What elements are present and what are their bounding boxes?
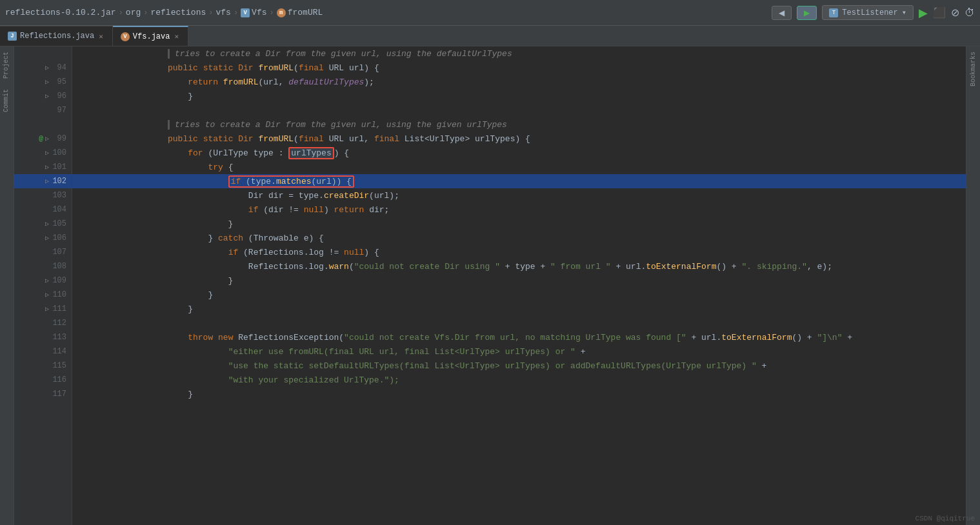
gutter-at-99: @: [39, 135, 43, 143]
tab-reflections-close[interactable]: ✕: [97, 32, 105, 41]
gutter-116: 116: [14, 373, 72, 387]
gutter-icon-102: ▷: [45, 177, 49, 185]
breadcrumb: reflections-0.10.2.jar › org › reflectio…: [5, 8, 772, 17]
gutter-117: 117: [14, 387, 72, 401]
code-line-104: if (dir != null) return dir;: [72, 203, 966, 217]
code-line-94: public static Dir fromURL(final URL url)…: [72, 61, 966, 75]
gutter-comment-2: [14, 117, 72, 132]
tab-vfs-close[interactable]: ✕: [173, 32, 180, 41]
right-panel: Bookmarks: [966, 46, 980, 525]
code-line-113: throw new ReflectionsException("could no…: [72, 330, 966, 344]
code-line-99: public static Dir fromURL(final URL url,…: [72, 132, 966, 146]
code-line-102: if (type.matches(url)) {: [72, 174, 966, 188]
gutter-icon-105: ▷: [45, 220, 49, 228]
tab-reflections-label: Reflections.java: [20, 32, 94, 41]
code-line-115: "use the static setDefaultURLTypes(final…: [72, 359, 966, 373]
back-button[interactable]: ◀: [772, 6, 792, 20]
gutter-icon-101: ▷: [45, 163, 49, 171]
breadcrumb-reflections[interactable]: reflections: [150, 8, 206, 17]
left-panel: Project Commit: [0, 46, 14, 525]
gutter-icon-109: ▷: [45, 277, 49, 284]
gutter-icon-94: ▷: [45, 64, 49, 72]
gutter-icon-110: ▷: [45, 291, 49, 299]
breadcrumb-jar[interactable]: reflections-0.10.2.jar: [5, 8, 116, 17]
gutter-icon-111: ▷: [45, 305, 49, 313]
code-line-105: }: [72, 217, 966, 231]
gutter-109: ▷ 109: [14, 273, 72, 288]
breadcrumb-fromURL[interactable]: m fromURL: [277, 8, 323, 17]
topbar-actions: ◀ ▶ T TestListener ▾ ▶ ⬛ ⊘ ⏱: [772, 5, 975, 20]
run-config-label: TestListener: [842, 8, 897, 17]
tab-vfs-label: Vfs.java: [133, 32, 170, 41]
breadcrumb-Vfs[interactable]: V Vfs: [241, 8, 266, 17]
attribution: CSDN @qiqitrue: [915, 515, 975, 522]
tabbar: J Reflections.java ✕ V Vfs.java ✕: [0, 26, 980, 46]
gutter-110: ▷ 110: [14, 288, 72, 302]
code-line-116: "with your specialized UrlType.");: [72, 373, 966, 387]
gutter-96: ▷ 96: [14, 89, 72, 103]
profile-button[interactable]: ⏱: [965, 7, 975, 19]
main-area: Project Commit ▷ 94 ▷ 95 ▷ 96 97 @ ▷: [0, 46, 980, 525]
gutter-102: ▷ 102: [14, 174, 72, 188]
gutter-111: ▷ 111: [14, 302, 72, 316]
gutter-112: 112: [14, 316, 72, 330]
code-line-114: "either use fromURL(final URL url, final…: [72, 344, 966, 359]
coverage-button[interactable]: ⊘: [951, 6, 959, 19]
breadcrumb-vfs[interactable]: vfs: [215, 8, 230, 17]
code-line-107: if (Reflections.log != null) {: [72, 245, 966, 259]
code-editor[interactable]: tries to create a Dir from the given url…: [72, 46, 966, 525]
gutter-103: 103: [14, 188, 72, 203]
vfs-class-icon: V: [241, 8, 250, 17]
code-line-117: }: [72, 387, 966, 401]
gutter-104: 104: [14, 203, 72, 217]
tab-reflections-java[interactable]: J Reflections.java ✕: [0, 26, 113, 46]
topbar: reflections-0.10.2.jar › org › reflectio…: [0, 0, 980, 26]
gutter-100: ▷ 100: [14, 146, 72, 160]
method-icon: m: [277, 8, 286, 17]
debug-button[interactable]: ⬛: [933, 6, 946, 19]
forward-button[interactable]: ▶: [797, 6, 817, 20]
breadcrumb-org[interactable]: org: [126, 8, 141, 17]
tab-vfs-icon: V: [121, 32, 130, 41]
bookmarks-panel-label[interactable]: Bookmarks: [967, 46, 979, 92]
gutter-108: 108: [14, 259, 72, 273]
project-panel-label[interactable]: Project: [0, 46, 14, 84]
gutter-94: ▷ 94: [14, 61, 72, 75]
gutter-101: ▷ 101: [14, 160, 72, 174]
gutter-95: ▷ 95: [14, 75, 72, 89]
gutter-icon-99: ▷: [45, 135, 49, 143]
run-button[interactable]: ▶: [919, 6, 928, 20]
gutter-97: 97: [14, 103, 72, 117]
code-line-112: [72, 316, 966, 330]
code-line-101: try {: [72, 160, 966, 174]
gutter-99: @ ▷ 99: [14, 132, 72, 146]
tab-vfs-java[interactable]: V Vfs.java ✕: [113, 26, 188, 46]
code-line-111: }: [72, 302, 966, 316]
tab-java-icon: J: [8, 32, 17, 41]
commit-panel-label[interactable]: Commit: [0, 84, 14, 117]
gutter-icon-96: ▷: [45, 92, 49, 100]
code-line-109: }: [72, 273, 966, 288]
gutter: ▷ 94 ▷ 95 ▷ 96 97 @ ▷ 99 ▷ 100: [14, 46, 72, 525]
code-line-96: }: [72, 89, 966, 103]
gutter-107: 107: [14, 245, 72, 259]
gutter-115: 115: [14, 359, 72, 373]
run-config-chevron: ▾: [902, 8, 906, 17]
code-line-110: }: [72, 288, 966, 302]
code-line-95: return fromURL(url, defaultUrlTypes);: [72, 75, 966, 89]
code-line-103: Dir dir = type.createDir(url);: [72, 188, 966, 203]
gutter-comment-1: [14, 46, 72, 61]
gutter-106: ▷ 106: [14, 231, 72, 245]
gutter-icon-106: ▷: [45, 234, 49, 242]
code-line-100: for (UrlType type : urlTypes) {: [72, 146, 966, 160]
code-comment-1: tries to create a Dir from the given url…: [72, 46, 966, 61]
code-line-108: Reflections.log.warn("could not create D…: [72, 259, 966, 273]
code-comment-2: tries to create a Dir from the given url…: [72, 117, 966, 132]
gutter-105: ▷ 105: [14, 217, 72, 231]
code-line-106: } catch (Throwable e) {: [72, 231, 966, 245]
gutter-113: 113: [14, 330, 72, 344]
code-line-97: [72, 103, 966, 117]
gutter-icon-95: ▷: [45, 78, 49, 86]
run-config-selector[interactable]: T TestListener ▾: [822, 5, 914, 20]
gutter-icon-100: ▷: [45, 149, 49, 157]
